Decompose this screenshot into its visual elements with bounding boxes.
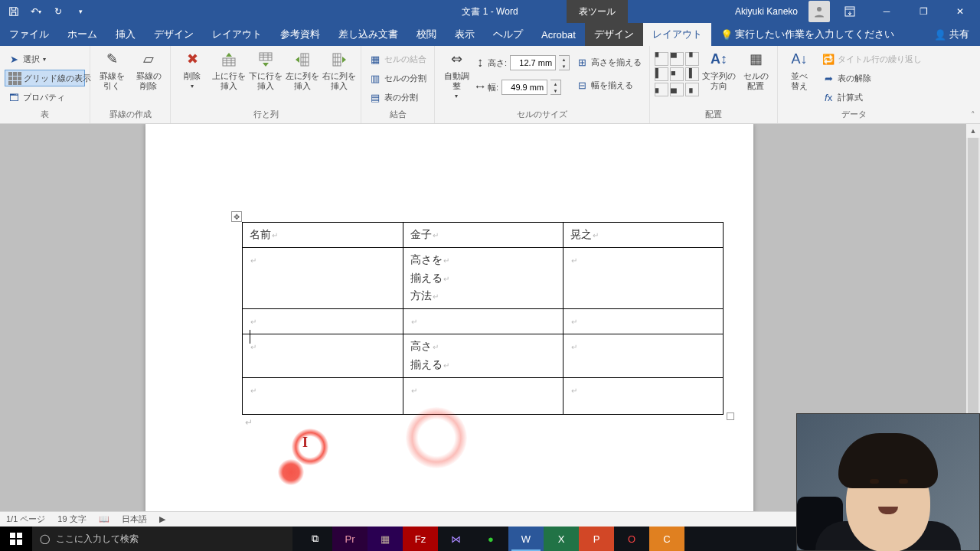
tell-me-placeholder: 実行したい作業を入力してください [735,28,894,41]
align-tr[interactable]: ▝ [685,52,699,66]
insert-right-button[interactable]: 右に列を 挿入 [322,47,356,93]
tell-me-box[interactable]: 💡 実行したい作業を入力してください [711,23,923,46]
tab-review[interactable]: 校閲 [407,23,446,46]
align-tc[interactable]: ▀ [670,52,684,66]
width-up[interactable]: ▲ [550,80,560,87]
word-table[interactable]: 名前↵ 金子↵ 晃之↵ ↵ 高さを↵揃える↵方法↵ ↵ ↵↵↵ ↵ 高さ↵揃える… [242,222,724,415]
align-bl[interactable]: ▖ [655,83,668,96]
height-down[interactable]: ▼ [559,63,569,70]
tab-file[interactable]: ファイル [0,23,58,46]
insert-below-button[interactable]: 下に行を 挿入 [249,47,283,93]
width-input[interactable] [501,80,547,95]
close-button[interactable]: ✕ [943,0,977,23]
cell-margins-button[interactable]: ▦セルの 配置 [739,47,773,93]
word-count[interactable]: 19 文字 [57,514,86,525]
spellcheck-icon[interactable]: 📖 [99,514,109,524]
formula-button[interactable]: fx計算式 [819,89,925,106]
minimize-button[interactable]: ─ [870,0,903,23]
align-mc[interactable]: ■ [670,67,684,81]
align-br[interactable]: ▗ [685,83,699,96]
height-input[interactable] [510,55,556,70]
eraser-button[interactable]: ▱罫線の 削除 [132,47,165,93]
taskbar-search[interactable]: ◯ここに入力して検索 [32,527,292,551]
insert-above-button[interactable]: 上に行を 挿入 [212,47,246,93]
user-avatar[interactable] [808,1,830,22]
properties-button[interactable]: 🗔プロパティ [5,89,85,106]
camtasia-icon[interactable]: C [649,527,684,551]
autofit-button[interactable]: ⇔自動調整▾ [439,47,473,103]
tab-acrobat[interactable]: Acrobat [532,23,585,46]
distribute-cols-button[interactable]: ⊟幅を揃える [573,77,645,93]
tab-help[interactable]: ヘルプ [484,23,532,46]
table-row[interactable]: ↵↵↵ [243,377,724,414]
margins-icon: ▦ [745,50,766,70]
table-move-handle[interactable]: ✥ [231,211,242,222]
tab-references[interactable]: 参考資料 [271,23,329,46]
insert-above-icon [218,50,240,70]
group-table: ➤選択 ▾ グリッド線の表示 🗔プロパティ 表 [0,46,90,123]
tab-table-layout[interactable]: レイアウト [643,23,711,46]
split-table-button[interactable]: ▤表の分割 [366,89,430,106]
cell-text: 金子 [410,228,432,240]
width-spinner[interactable]: ⭤幅:▲▼ [476,78,570,96]
convert-to-text-button[interactable]: ➦表の解除 [819,70,925,86]
premiere-icon[interactable]: Pr [332,527,368,551]
word-icon[interactable]: W [508,527,544,551]
insert-left-button[interactable]: 左に列を 挿入 [286,47,319,93]
media-encoder-icon[interactable]: ▦ [368,527,403,551]
select-button[interactable]: ➤選択 ▾ [5,51,85,67]
table-row[interactable]: 名前↵ 金子↵ 晃之↵ [243,223,724,248]
tab-layout[interactable]: レイアウト [203,23,271,46]
width-down[interactable]: ▼ [550,87,560,94]
language-indicator[interactable]: 日本語 [122,514,147,525]
save-button[interactable] [3,2,24,21]
page-indicator[interactable]: 1/1 ページ [6,514,45,525]
tab-design[interactable]: デザイン [145,23,203,46]
align-ml[interactable]: ▌ [655,67,668,81]
distribute-rows-button[interactable]: ⊞高さを揃える [573,54,645,70]
split-cells-button[interactable]: ▥セルの分割 [366,70,430,86]
view-gridlines-button[interactable]: グリッド線の表示 [5,70,85,86]
tab-table-design[interactable]: デザイン [585,23,643,46]
table-resize-handle[interactable] [727,412,734,420]
maximize-button[interactable]: ❐ [906,0,940,23]
powerpoint-icon[interactable]: P [579,527,614,551]
tab-mailings[interactable]: 差し込み文書 [329,23,407,46]
height-up[interactable]: ▲ [559,56,569,63]
tab-view[interactable]: 表示 [446,23,484,46]
tab-home[interactable]: ホーム [58,23,106,46]
align-bc[interactable]: ▄ [670,83,684,96]
qat-customize[interactable]: ▾ [70,2,91,21]
table-row[interactable]: ↵ 高さ↵揃える↵ ↵ [243,334,724,377]
collapse-ribbon-button[interactable]: ˄ [971,110,975,120]
table-row[interactable]: ↵↵↵ [243,309,724,334]
paragraph-mark: ↵ [245,417,253,429]
draw-table-button[interactable]: ✎罫線を 引く [95,47,129,93]
repeat-header-button[interactable]: 🔁タイトル行の繰り返し [819,51,925,67]
align-mr[interactable]: ▐ [685,67,699,81]
share-button[interactable]: 👤共有 [923,23,980,46]
table-row[interactable]: ↵ 高さを↵揃える↵方法↵ ↵ [243,247,724,308]
opera-icon[interactable]: O [614,527,649,551]
merge-cells-button[interactable]: ▦セルの結合 [366,51,430,67]
macro-icon[interactable]: ▶ [159,514,165,524]
height-spinner[interactable]: ⭥高さ:▲▼ [476,54,570,72]
undo-button[interactable]: ↶ ▾ [25,2,47,21]
webcam-overlay [796,413,980,551]
text-cursor [250,330,250,344]
start-button[interactable] [0,527,32,551]
line-icon[interactable]: ● [473,527,508,551]
taskview-icon[interactable]: ⧉ [297,527,332,551]
excel-icon[interactable]: X [544,527,579,551]
cell-text: 晃之 [570,228,592,240]
filezilla-icon[interactable]: Fz [403,527,438,551]
redo-button[interactable]: ↻ [47,2,69,21]
delete-button[interactable]: ✖削除▾ [175,47,209,93]
ribbon-options-button[interactable] [833,0,867,23]
scroll-up-button[interactable]: ▲ [966,124,980,138]
align-tl[interactable]: ▘ [655,52,668,66]
visualstudio-icon[interactable]: ⋈ [438,527,473,551]
tab-insert[interactable]: 挿入 [106,23,145,46]
text-direction-button[interactable]: A↕文字列の 方向 [702,47,736,93]
sort-button[interactable]: A↓並べ 替え [782,47,816,93]
